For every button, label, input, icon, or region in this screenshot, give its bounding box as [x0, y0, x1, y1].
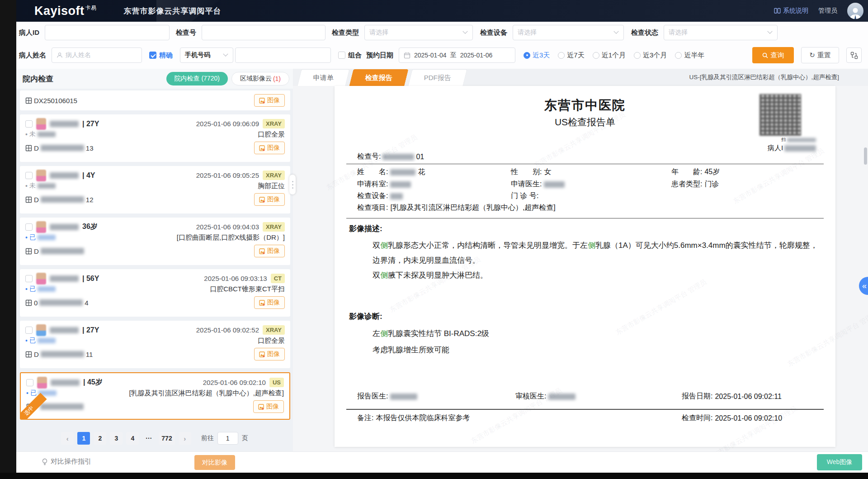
row-checkbox[interactable]: [25, 275, 33, 282]
username-label: 管理员: [818, 7, 837, 15]
exam-device-select[interactable]: 请选择: [513, 25, 624, 40]
tab-exam-report[interactable]: 检查报告: [349, 69, 408, 86]
range-option-3days[interactable]: 近3天: [524, 51, 550, 60]
image-icon: [259, 145, 265, 151]
patient-avatar: [36, 170, 46, 181]
exam-datetime: 2025-01-06 09:02:10: [203, 379, 266, 386]
goto-page-input[interactable]: [217, 432, 238, 445]
film-icon: [25, 351, 32, 358]
page-button-1[interactable]: 1: [77, 432, 90, 445]
row-checkbox[interactable]: [25, 223, 33, 231]
image-icon: [259, 351, 265, 357]
image-button[interactable]: 图像: [254, 348, 285, 360]
lightbulb-icon: [42, 458, 48, 465]
combine-checkbox[interactable]: [338, 52, 345, 59]
image-button[interactable]: 图像: [254, 296, 285, 309]
next-page-button[interactable]: ›: [179, 432, 191, 445]
page-button-3[interactable]: 3: [110, 432, 123, 445]
window-edge-left: [0, 0, 16, 479]
list-item-partial[interactable]: DX250106015 图像: [20, 90, 290, 110]
redacted-name: [50, 121, 79, 127]
reset-button[interactable]: ↻ 重置: [801, 47, 839, 63]
page-unit-label: 页: [242, 434, 248, 442]
list-item[interactable]: 36岁2025-01-06 09:04:03XRAY •已[口腔曲面断层,口腔X…: [20, 218, 290, 265]
date-range-input[interactable]: 2025-01-04 至 2025-01-06: [399, 47, 515, 63]
user-avatar[interactable]: [847, 3, 863, 19]
list-item[interactable]: | 27Y2025-01-06 09:06:09XRAY •未口腔全景 D13图…: [20, 114, 290, 162]
exam-list: DX250106015 图像 | 27Y2025-01-06 09:06:09X…: [16, 89, 293, 425]
exam-type-label: 检查类型: [332, 28, 359, 37]
exam-number: D: [25, 247, 86, 255]
image-button[interactable]: 图像: [254, 245, 285, 257]
goto-label: 前往: [201, 434, 214, 442]
vertical-scrollbar[interactable]: [864, 147, 867, 165]
compare-images-button[interactable]: 对比影像: [194, 455, 235, 470]
range-option-1month[interactable]: 近1个月: [593, 51, 626, 60]
phone-field-select[interactable]: 手机号码: [180, 47, 233, 63]
divider: [346, 164, 824, 164]
page-button-last[interactable]: 772: [159, 432, 175, 445]
exam-description: 胸部正位: [258, 182, 285, 190]
prev-page-button[interactable]: ‹: [61, 432, 74, 445]
patient-name-input[interactable]: 病人姓名: [52, 47, 142, 63]
report-footer: 报告医生: 审核医生: 报告日期:2025-01-06 09:02:11: [335, 392, 835, 402]
report-exam-no: 检查号:01: [357, 152, 424, 161]
phone-input[interactable]: [235, 47, 331, 63]
row-checkbox[interactable]: [26, 379, 33, 386]
exam-list-panel: 院内检查 院内检查 (7720) 区域影像云(1) DX250106015 图像…: [16, 69, 293, 451]
compare-guide-link[interactable]: 对比操作指引: [42, 457, 91, 466]
row-checkbox[interactable]: [25, 327, 33, 334]
exam-description: 口腔全景: [258, 337, 285, 345]
tab-application-form[interactable]: 申请单: [297, 69, 349, 86]
exam-status-label: 检查状态: [631, 28, 658, 37]
image-button[interactable]: 图像: [254, 94, 285, 107]
range-option-halfyear[interactable]: 近半年: [675, 51, 704, 60]
page-ellipsis[interactable]: ···: [142, 432, 155, 445]
image-button[interactable]: 图像: [253, 400, 284, 413]
search-row-2: 病人姓名 病人姓名 精确 手机号码 组合 预约日期 2025-01-04 至 2…: [16, 43, 868, 67]
list-item-selected[interactable]: | 45岁2025-01-06 09:02:10US •已[乳腺及其引流区淋巴结…: [20, 372, 290, 420]
exam-status-select[interactable]: 请选择: [664, 25, 778, 40]
range-option-7days[interactable]: 近7天: [558, 51, 584, 60]
film-icon: [25, 196, 32, 203]
list-item[interactable]: | 4Y2025-01-06 09:05:25XRAY •未胸部正位 D12图像: [20, 166, 290, 213]
patient-age: | 45岁: [83, 378, 103, 387]
tab-hospital-exams[interactable]: 院内检查 (7720): [166, 72, 228, 85]
brand-logo: Kayisoft卡易: [34, 4, 97, 18]
panel-resize-handle[interactable]: [289, 175, 296, 194]
book-icon: [774, 8, 781, 14]
exam-number: D13: [25, 144, 94, 152]
tab-region-cloud[interactable]: 区域影像云(1): [231, 72, 289, 85]
system-help-link[interactable]: 系统说明: [774, 7, 808, 15]
range-option-3months[interactable]: 近3个月: [634, 51, 667, 60]
patient-avatar: [36, 273, 46, 285]
system-help-label: 系统说明: [783, 7, 808, 15]
search-button[interactable]: 查询: [752, 47, 794, 63]
exam-number: 04: [25, 299, 89, 307]
radio-icon: [634, 52, 641, 59]
list-item[interactable]: | 56Y2025-01-06 09:03:13CT •已口腔CBCT锥形束CT…: [20, 269, 290, 317]
bottom-action-bar: 对比操作指引 对比影像 Web图像: [16, 451, 868, 473]
exam-type-select[interactable]: 请选择: [364, 25, 473, 40]
chevron-down-icon: [613, 29, 618, 34]
image-button[interactable]: 图像: [254, 193, 285, 206]
row-checkbox[interactable]: [25, 172, 33, 179]
page-button-4[interactable]: 4: [126, 432, 139, 445]
patient-id-input[interactable]: [45, 25, 170, 40]
exam-datetime: 2025-01-06 09:02:52: [196, 326, 259, 334]
web-image-button[interactable]: Web图像: [817, 454, 862, 470]
pagination: ‹ 1 2 3 4 ··· 772 › 前往 页: [16, 425, 293, 451]
tab-pdf-report[interactable]: PDF报告: [408, 69, 467, 86]
desc-section-title: 影像描述:: [349, 223, 382, 234]
exam-no-input[interactable]: [202, 25, 326, 40]
page-button-2[interactable]: 2: [94, 432, 106, 445]
layout-toggle-button[interactable]: [846, 47, 862, 63]
exact-label: 精确: [159, 51, 173, 60]
image-button[interactable]: 图像: [254, 142, 285, 154]
row-checkbox[interactable]: [25, 120, 33, 128]
reset-icon: ↻: [809, 51, 815, 59]
exact-checkbox[interactable]: [149, 52, 156, 59]
exam-description: 口腔全景: [258, 130, 285, 139]
list-item[interactable]: | 27Y2025-01-06 09:02:52XRAY •已口腔全景 D11图…: [20, 321, 290, 368]
report-document: 东营市中医院 US检查报告单 扫 病人I 检查号:01 姓 名:花 性 别:女 …: [335, 86, 835, 447]
